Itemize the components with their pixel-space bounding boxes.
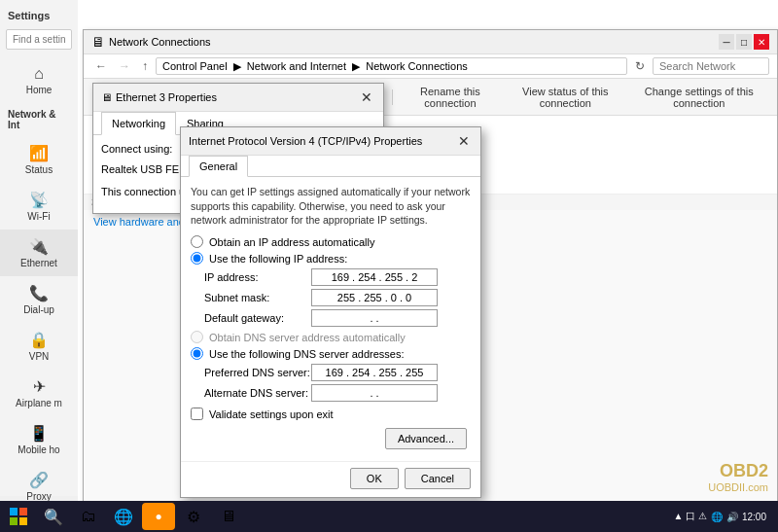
ok-button[interactable]: OK xyxy=(350,468,399,489)
home-icon: ⌂ xyxy=(34,65,44,83)
radio-auto-ip-row: Obtain an IP address automatically xyxy=(191,235,471,248)
validate-label: Validate settings upon exit xyxy=(209,408,334,420)
sidebar-item-airplane[interactable]: ✈ Airplane m xyxy=(0,370,78,416)
ipv4-dialog-buttons: OK Cancel xyxy=(181,461,480,497)
refresh-button[interactable]: ↻ xyxy=(631,57,649,75)
settings-search-input[interactable] xyxy=(6,29,72,50)
alternate-dns-label: Alternate DNS server: xyxy=(204,387,311,399)
eth-properties-titlebar: 🖥 Ethernet 3 Properties ✕ xyxy=(93,84,383,112)
ip-address-row: IP address: xyxy=(204,268,471,286)
auto-ip-label: Obtain an IP address automatically xyxy=(209,236,374,248)
titlebar-icon: 🖥 xyxy=(91,34,105,50)
sidebar-item-mobile[interactable]: 📱 Mobile ho xyxy=(0,416,78,463)
manual-ip-label: Use the following IP address: xyxy=(209,253,347,265)
eth-title-icon: 🖥 xyxy=(101,91,112,103)
settings-sidebar: Settings ⌂ Home Network & Int 📶 Status 📡… xyxy=(0,0,78,496)
ipv4-tabs: General xyxy=(181,156,480,177)
dns-section: Obtain DNS server address automatically … xyxy=(191,331,471,402)
rename-button[interactable]: Rename this connection xyxy=(399,83,502,112)
maximize-button[interactable]: □ xyxy=(736,34,752,50)
cancel-button[interactable]: Cancel xyxy=(405,468,471,489)
address-path-input[interactable] xyxy=(156,57,627,75)
auto-dns-label: Obtain DNS server address automatically xyxy=(209,332,406,343)
taskbar-files[interactable]: 🗂 xyxy=(72,503,105,530)
subnet-input[interactable] xyxy=(311,289,438,306)
gateway-input[interactable] xyxy=(311,309,438,327)
address-bar: ← → ↑ ↻ xyxy=(84,54,777,79)
taskbar-orange-app[interactable]: ● xyxy=(142,503,175,530)
status-icon: 📶 xyxy=(29,144,49,162)
svg-rect-9 xyxy=(19,517,27,525)
preferred-dns-input[interactable] xyxy=(311,364,438,381)
eth-title-left: 🖥 Ethernet 3 Properties xyxy=(101,91,217,103)
radio-manual-ip-row: Use the following IP address: xyxy=(191,252,471,265)
taskbar-right: ▲ 口 ⚠ 🌐 🔊 12:00 xyxy=(674,510,775,523)
sidebar-item-home[interactable]: ⌂ Home xyxy=(0,57,78,103)
ipv4-close-button[interactable]: ✕ xyxy=(455,132,473,150)
taskbar-settings-app[interactable]: ⚙ xyxy=(177,503,210,530)
change-settings-button[interactable]: Change settings of this connection xyxy=(629,83,769,112)
sidebar-item-airplane-label: Airplane m xyxy=(16,398,62,408)
dialup-icon: 📞 xyxy=(29,284,49,302)
manual-dns-label: Use the following DNS server addresses: xyxy=(209,348,405,360)
start-button[interactable] xyxy=(4,503,33,530)
taskbar-browser[interactable]: 🌐 xyxy=(107,503,140,530)
dns-fields: Preferred DNS server: Alternate DNS serv… xyxy=(204,364,471,402)
watermark-line2: UOBDII.com xyxy=(708,481,768,493)
back-button[interactable]: ← xyxy=(91,57,111,75)
ethernet-icon: 🔌 xyxy=(29,237,49,256)
taskbar-search[interactable]: 🔍 xyxy=(37,503,70,530)
ip-address-label: IP address: xyxy=(204,271,311,283)
main-content: 🖥 Network Connections ─ □ ✕ ← → ↑ ↻ Orga… xyxy=(78,0,778,532)
forward-button[interactable]: → xyxy=(115,57,134,75)
auto-ip-radio[interactable] xyxy=(191,235,203,248)
svg-rect-7 xyxy=(19,508,27,515)
vpn-icon: 🔒 xyxy=(29,331,49,349)
ip-address-input[interactable] xyxy=(311,268,438,286)
svg-rect-6 xyxy=(10,508,18,515)
view-status-button[interactable]: View status of this connection xyxy=(504,83,627,112)
preferred-dns-row: Preferred DNS server: xyxy=(204,364,471,381)
svg-rect-8 xyxy=(10,517,18,525)
taskbar-time: 12:00 xyxy=(742,512,766,522)
validate-row: Validate settings upon exit xyxy=(191,408,471,420)
sidebar-item-wifi[interactable]: 📡 Wi-Fi xyxy=(0,183,78,230)
taskbar-network-icon: 🌐 xyxy=(711,512,723,522)
ipv4-content: You can get IP settings assigned automat… xyxy=(181,177,480,461)
sidebar-item-ethernet[interactable]: 🔌 Ethernet xyxy=(0,230,78,276)
watermark-line1: OBD2 xyxy=(708,461,768,481)
close-button[interactable]: ✕ xyxy=(754,34,769,50)
alternate-dns-input[interactable] xyxy=(311,384,438,402)
proxy-icon: 🔗 xyxy=(29,471,49,489)
window-titlebar: 🖥 Network Connections ─ □ ✕ xyxy=(84,30,777,54)
network-search-input[interactable] xyxy=(653,57,769,75)
sidebar-item-vpn[interactable]: 🔒 VPN xyxy=(0,323,78,370)
gateway-row: Default gateway: xyxy=(204,309,471,327)
minimize-button[interactable]: ─ xyxy=(719,34,734,50)
ipv4-title: Internet Protocol Version 4 (TCP/IPv4) P… xyxy=(189,135,422,147)
validate-checkbox[interactable] xyxy=(191,408,203,420)
manual-dns-radio[interactable] xyxy=(191,347,203,360)
subnet-row: Subnet mask: xyxy=(204,289,471,306)
toolbar-separator-2 xyxy=(392,89,393,105)
sidebar-item-dialup[interactable]: 📞 Dial-up xyxy=(0,276,78,323)
window-controls: ─ □ ✕ xyxy=(719,34,769,50)
ipv4-tab-general[interactable]: General xyxy=(189,156,248,177)
taskbar-pc[interactable]: 🖥 xyxy=(212,503,245,530)
sidebar-item-status[interactable]: 📶 Status xyxy=(0,136,78,183)
sidebar-item-mobile-label: Mobile ho xyxy=(18,444,59,455)
manual-ip-radio[interactable] xyxy=(191,252,203,265)
radio-manual-dns-row: Use the following DNS server addresses: xyxy=(191,347,471,360)
preferred-dns-label: Preferred DNS server: xyxy=(204,367,311,378)
gateway-label: Default gateway: xyxy=(204,312,311,324)
eth-title-text: Ethernet 3 Properties xyxy=(116,91,217,103)
taskbar-volume-icon: 🔊 xyxy=(726,512,738,522)
ipv4-titlebar: Internet Protocol Version 4 (TCP/IPv4) P… xyxy=(181,127,480,156)
auto-dns-radio[interactable] xyxy=(191,331,203,343)
tab-networking[interactable]: Networking xyxy=(101,112,176,135)
sidebar-item-vpn-label: VPN xyxy=(29,351,50,362)
advanced-button[interactable]: Advanced... xyxy=(385,428,467,449)
up-button[interactable]: ↑ xyxy=(138,57,152,75)
eth-properties-close-button[interactable]: ✕ xyxy=(358,89,375,106)
taskbar-apps: 🔍 🗂 🌐 ● ⚙ 🖥 xyxy=(37,503,245,530)
